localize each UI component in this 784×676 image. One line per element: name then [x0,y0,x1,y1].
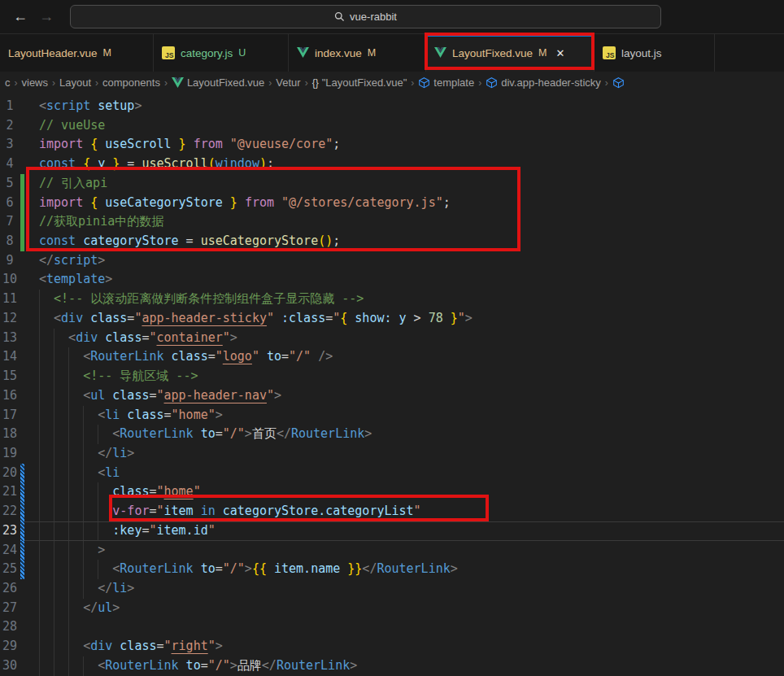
breadcrumb-label: views [22,76,49,89]
tab-label: LayoutFixed.vue [452,47,533,59]
breadcrumb-item-div.app-header-sticky[interactable]: div.app-header-sticky [486,76,601,89]
code-line-22[interactable]: 22v-for="item in categoryStore.categoryL… [0,502,784,521]
vue-logo-icon [172,77,184,89]
code-line-5[interactable]: 5// 引入api [0,174,784,194]
indent-guides [39,656,98,676]
line-number: 24 [0,541,20,560]
back-arrow-button[interactable]: ← [10,7,31,28]
line-number: 12 [0,309,20,329]
code-line-content: import { useScroll } from "@vueuse/core"… [39,135,784,155]
code-line-10[interactable]: 10<template> [0,270,784,290]
code-line-19[interactable]: 19</li> [0,444,784,464]
code-line-content: const { y } = useScroll(window); [39,155,784,174]
vue-logo-icon [434,47,446,59]
git-gutter-marker [20,482,24,502]
indent-guides [39,541,98,560]
line-number: 26 [0,579,20,599]
git-gutter-marker [20,155,24,174]
code-line-content: <div class="app-header-sticky" :class="{… [39,309,784,329]
breadcrumb-item-c[interactable]: c [5,76,11,89]
tab-index.vue[interactable]: index.vueM [289,34,426,72]
code-line-24[interactable]: 24> [0,541,784,560]
tab-label: category.js [181,47,233,59]
breadcrumb-item-template[interactable]: template [418,76,474,89]
breadcrumb-label: components [102,76,160,89]
tab-layout.js[interactable]: JSlayout.js [595,34,715,72]
git-gutter-marker [20,386,24,406]
code-line-content: import { useCategoryStore } from "@/stor… [39,194,784,213]
code-line-6[interactable]: 6import { useCategoryStore } from "@/sto… [0,194,784,213]
code-line-content: <RouterLink to="/">{{ item.name }}</Rout… [39,560,784,579]
breadcrumb-item-Vetur[interactable]: Vetur [276,76,300,89]
indent-guides [39,444,98,464]
code-line-content: </li> [39,444,784,464]
code-line-27[interactable]: 27</ul> [0,599,784,618]
code-line-content: // vueUse [39,116,784,136]
indent-guides [39,329,68,348]
breadcrumb-item-components[interactable]: components [102,76,160,89]
chevron-right-icon: › [15,77,18,89]
tab-LayoutFixed.vue[interactable]: LayoutFixed.vueM✕ [426,34,595,72]
git-gutter-marker [20,560,24,579]
breadcrumb-label: LayoutFixed.vue [187,76,264,89]
code-line-30[interactable]: 30<RouterLink to="/">品牌</RouterLink> [0,656,784,676]
tab-label: layout.js [621,47,662,59]
line-number: 2 [0,116,20,136]
code-line-4[interactable]: 4const { y } = useScroll(window); [0,155,784,174]
git-gutter-marker [20,97,24,116]
tab-LayoutHeader.vue[interactable]: LayoutHeader.vueM [0,34,154,72]
line-number: 19 [0,444,20,464]
code-line-15[interactable]: 15<!-- 导航区域 --> [0,367,784,386]
code-line-14[interactable]: 14<RouterLink class="logo" to="/" /> [0,347,784,367]
code-line-2[interactable]: 2// vueUse [0,116,784,136]
breadcrumb-item-LayoutFixed.vue[interactable]: LayoutFixed.vue [172,76,264,89]
code-line-25[interactable]: 25<RouterLink to="/">{{ item.name }}</Ro… [0,560,784,579]
git-gutter-marker [20,329,24,348]
breadcrumb-item[interactable] [612,76,625,89]
code-line-20[interactable]: 20<li [0,464,784,483]
code-line-28[interactable]: 28 [0,617,784,637]
git-status-badge: M [103,47,111,59]
breadcrumb-label: div.app-header-sticky [501,76,601,89]
code-line-17[interactable]: 17<li class="home"> [0,406,784,425]
chevron-right-icon: › [411,77,414,89]
tab-bar: LayoutHeader.vueMJScategory.jsUindex.vue… [0,34,784,72]
chevron-right-icon: › [52,77,55,89]
code-line-23[interactable]: 23:key="item.id" [0,521,784,541]
code-line-7[interactable]: 7//获取pinia中的数据 [0,212,784,232]
line-number: 29 [0,637,20,656]
code-line-1[interactable]: 1<script setup> [0,97,784,116]
close-icon[interactable]: ✕ [555,47,564,59]
git-gutter-marker [20,502,24,521]
command-center-search[interactable]: vue-rabbit [70,5,661,28]
code-line-11[interactable]: 11<!-- 以滚动距离做判断条件控制组件盒子显示隐藏 --> [0,290,784,309]
code-line-29[interactable]: 29<div class="right"> [0,637,784,656]
code-line-content: //获取pinia中的数据 [39,212,784,232]
code-line-content [39,617,784,637]
code-line-12[interactable]: 12<div class="app-header-sticky" :class=… [0,309,784,329]
curly-braces-icon: {} [312,77,319,89]
indent-guides [39,579,98,599]
code-editor[interactable]: 1<script setup>2// vueUse3import { useSc… [0,94,784,676]
code-line-16[interactable]: 16<ul class="app-header-nav"> [0,386,784,406]
breadcrumb-item-LayoutFixed.vue[interactable]: {}"LayoutFixed.vue" [312,76,407,89]
chevron-right-icon: › [95,77,98,89]
code-line-3[interactable]: 3import { useScroll } from "@vueuse/core… [0,135,784,155]
tab-category.js[interactable]: JScategory.jsU [154,34,289,72]
forward-arrow-button[interactable]: → [36,7,57,28]
indent-guides [39,502,112,521]
breadcrumb-label: "LayoutFixed.vue" [322,76,407,89]
breadcrumb-item-Layout[interactable]: Layout [59,76,91,89]
breadcrumb-item-views[interactable]: views [22,76,49,89]
code-line-content: <li class="home"> [39,406,784,425]
code-line-13[interactable]: 13<div class="container"> [0,329,784,348]
breadcrumb: c›views›Layout›components›LayoutFixed.vu… [0,72,784,94]
code-line-26[interactable]: 26</li> [0,579,784,599]
git-gutter-marker [20,444,24,464]
git-gutter-marker [20,251,24,271]
code-line-18[interactable]: 18<RouterLink to="/">首页</RouterLink> [0,425,784,444]
code-line-21[interactable]: 21class="home" [0,482,784,502]
line-number: 23 [0,521,20,541]
code-line-8[interactable]: 8const categoryStore = useCategoryStore(… [0,232,784,251]
code-line-9[interactable]: 9</script> [0,251,784,271]
